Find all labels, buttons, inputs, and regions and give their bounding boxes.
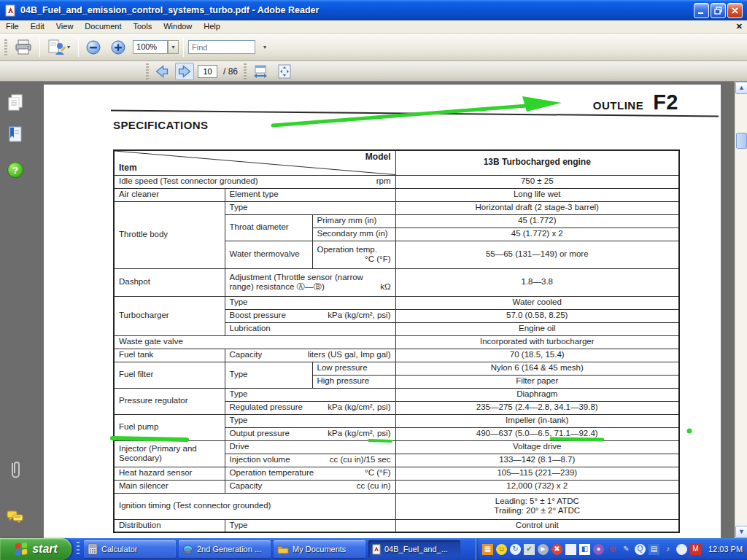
start-button[interactable]: start [0, 538, 71, 560]
find-dropdown-button[interactable]: ▾ [260, 42, 270, 52]
table-row: Main silencerCapacitycc (cu in)12,000 (7… [114, 480, 679, 493]
tray-smiley-icon[interactable]: ☺ [496, 544, 507, 555]
spec-label-cell: Low pressure [312, 362, 395, 375]
table-row: Pressure regulatorTypeDiaphragm [114, 388, 679, 401]
scroll-pages-button[interactable] [250, 62, 271, 81]
spec-value-cell: 490—637 (5.0—6.5, 71.1—92.4) [395, 427, 679, 440]
toolbar-separator [183, 38, 184, 57]
spec-value-cell: Control unit [395, 519, 679, 532]
spec-label-cell: Boost pressurekPa (kg/cm², psi) [225, 309, 395, 322]
spec-value-cell: 55—65 (131—149) or more [395, 241, 679, 268]
sign-button[interactable]: ▾ [44, 36, 74, 58]
tray-orb-icon[interactable]: ► [538, 544, 549, 555]
menu-file[interactable]: File [0, 20, 25, 33]
item-header-label: Item [119, 163, 137, 174]
chevron-down-icon: ▾ [262, 44, 268, 50]
tray-loop-icon[interactable]: ◎ [607, 544, 618, 555]
pdf-app-icon [4, 4, 17, 17]
start-label: start [32, 542, 58, 556]
table-row: Idle speed (Test connector grounded)rpm7… [114, 175, 679, 188]
restore-button[interactable] [711, 3, 726, 18]
tray-app-orange-icon[interactable]: ▦ [482, 544, 493, 555]
taskbar-task-browser[interactable]: 2nd Generation ... [179, 540, 271, 558]
spec-value-cell: 45 (1.772) [395, 214, 679, 228]
zoom-in-icon [110, 39, 126, 55]
calculator-icon [88, 543, 98, 555]
close-document-icon[interactable]: ✕ [736, 22, 743, 31]
tray-error-icon[interactable]: ✖ [551, 544, 562, 555]
scroll-down-button[interactable]: ▼ [735, 526, 747, 538]
taskbar-task-calculator[interactable]: Calculator [84, 540, 176, 558]
taskbar-task-pdf[interactable]: 04B_Fuel_and_... [368, 540, 460, 558]
toolbar-grip[interactable] [146, 63, 149, 79]
model-header-label: Model [365, 152, 391, 163]
print-button[interactable] [12, 36, 35, 58]
tray-car-icon[interactable] [565, 544, 576, 555]
outline-label: OUTLINE [593, 99, 643, 112]
pages-panel-tab[interactable] [6, 93, 25, 112]
find-input[interactable] [188, 40, 255, 54]
table-row: DashpotAdjustment (Throttle sensor (narr… [114, 268, 679, 296]
spec-label-cell: Adjustment (Throttle sensor (narrow rang… [225, 268, 395, 296]
spec-label-cell: Type [225, 201, 395, 214]
toolbar-grip[interactable] [244, 63, 247, 79]
spec-label-cell: Operation temperature°C (°F) [225, 467, 395, 480]
toolbar-grip[interactable] [4, 39, 7, 55]
spec-value-cell: Diaphragm [395, 388, 679, 401]
spec-value-cell: 12,000 (732) x 2 [395, 480, 679, 493]
bookmarks-panel-tab[interactable] [6, 125, 25, 144]
tray-mouse-icon[interactable] [676, 544, 687, 555]
tray-displays-icon[interactable]: ▤ [649, 544, 659, 555]
tray-sync-icon[interactable]: ↻ [510, 544, 521, 555]
next-page-button[interactable] [175, 63, 194, 80]
tray-globe-icon[interactable]: ● [593, 544, 604, 555]
menu-help[interactable]: Help [198, 20, 226, 33]
spec-label-cell: Operation temp.°C (°F) [312, 241, 395, 268]
spec-label-cell: Lubrication [225, 322, 395, 335]
page-number-input[interactable] [198, 65, 217, 78]
spec-label-cell: Throttle body [114, 201, 225, 268]
table-row: Throttle bodyTypeHorizontal draft (2 sta… [114, 201, 679, 214]
tray-mcafee-icon[interactable]: M [690, 544, 701, 555]
zoom-level-combo[interactable]: 100% [133, 40, 168, 54]
menu-document[interactable]: Document [79, 20, 127, 33]
spec-label-cell: Type [225, 388, 395, 401]
tray-security-check-icon[interactable]: ✔ [524, 544, 535, 555]
document-area: ? SPECIFICATIONS OUTLINE F2 [0, 82, 747, 538]
zoom-dropdown-button[interactable]: ▾ [168, 40, 179, 54]
spec-value-cell: 57.0 (0.58, 8.25) [395, 309, 679, 322]
scrollbar-thumb[interactable] [736, 133, 747, 149]
taskbar-clock: 12:03 PM [708, 545, 743, 553]
scroll-up-button[interactable]: ▲ [735, 82, 747, 94]
previous-page-button[interactable] [152, 63, 171, 80]
task-label: 2nd Generation ... [197, 545, 261, 553]
menu-view[interactable]: View [50, 20, 80, 33]
minimize-button[interactable] [694, 3, 709, 18]
tray-volume-icon[interactable]: ♪ [662, 544, 673, 555]
menu-tools[interactable]: Tools [128, 20, 158, 33]
attachments-panel-tab[interactable] [6, 459, 25, 481]
spec-label-cell: Regulated pressurekPa (kg/cm², psi) [225, 401, 395, 414]
fit-page-button[interactable] [274, 62, 295, 81]
toolbar-separator [39, 38, 40, 57]
taskbar-task-my-documents[interactable]: My Documents [274, 540, 365, 558]
tray-quicktime-icon[interactable]: Q [635, 544, 646, 555]
menu-window[interactable]: Window [158, 20, 198, 33]
spec-label-cell: Fuel pump [114, 414, 225, 440]
specifications-table: Model Item 13B Turbocharged engine Idle … [113, 149, 680, 533]
task-label: My Documents [293, 545, 346, 553]
tray-pen-icon[interactable]: ✎ [621, 544, 632, 555]
spec-label-cell: Secondary mm (in) [312, 228, 395, 241]
zoom-out-button[interactable] [83, 37, 104, 58]
zoom-in-button[interactable] [108, 37, 128, 58]
spec-label-cell: Main silencer [114, 480, 225, 493]
menu-edit[interactable]: Edit [25, 20, 50, 33]
vertical-scrollbar[interactable]: ▲ ▼ [735, 82, 747, 538]
close-button[interactable] [727, 3, 743, 18]
comments-panel-tab[interactable] [6, 509, 25, 525]
tray-flag-icon[interactable]: ◧ [579, 544, 590, 555]
table-row: TurbochargerTypeWater cooled [114, 296, 679, 309]
help-panel-tab[interactable]: ? [6, 162, 25, 178]
table-row: Injector (Primary and Secondary)DriveVol… [114, 440, 679, 454]
taskbar-grip[interactable] [77, 542, 80, 556]
